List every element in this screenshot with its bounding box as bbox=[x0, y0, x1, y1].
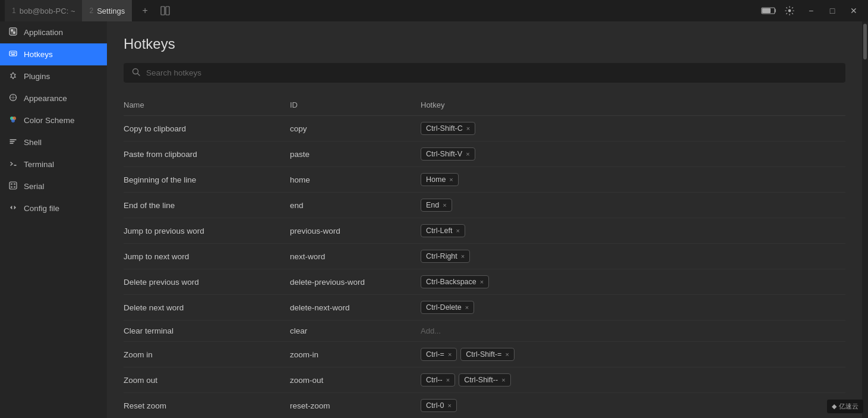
close-button[interactable]: ✕ bbox=[844, 2, 863, 19]
svg-rect-5 bbox=[11, 29, 13, 32]
content-inner: Hotkeys Name ID Hotkey Copy to clipboard… bbox=[107, 21, 862, 418]
cell-hotkey: Ctrl-Left× bbox=[421, 218, 845, 244]
cell-id: previous-word bbox=[290, 218, 421, 244]
hotkey-badge: Ctrl-0× bbox=[421, 399, 457, 412]
cell-name: Paste from clipboard bbox=[124, 142, 290, 167]
hotkey-text: Ctrl-Shift-- bbox=[464, 376, 498, 384]
cell-id: clear bbox=[290, 320, 421, 342]
svg-rect-21 bbox=[11, 186, 12, 188]
scrollbar-track[interactable] bbox=[862, 21, 868, 418]
tab-label-terminal: bob@bob-PC: ~ bbox=[20, 7, 75, 15]
remove-hotkey-button[interactable]: × bbox=[456, 227, 459, 234]
hotkey-badge: Ctrl-Left× bbox=[421, 224, 465, 237]
hotkey-text: End bbox=[426, 201, 439, 209]
new-tab-button[interactable]: + bbox=[137, 2, 153, 19]
cell-id: zoom-in bbox=[290, 342, 421, 367]
cell-hotkey: Ctrl-Right× bbox=[421, 244, 845, 269]
plugins-icon bbox=[8, 71, 18, 81]
sidebar-item-config-file[interactable]: Config file bbox=[0, 197, 107, 219]
remove-hotkey-button[interactable]: × bbox=[461, 253, 465, 260]
hotkey-text: Home bbox=[426, 175, 446, 184]
hotkeys-icon bbox=[8, 49, 18, 59]
remove-hotkey-button[interactable]: × bbox=[465, 304, 469, 311]
settings-button[interactable] bbox=[780, 2, 799, 19]
cell-name: Copy to clipboard bbox=[124, 116, 290, 142]
tab-terminal[interactable]: 1 bob@bob-PC: ~ bbox=[5, 0, 82, 21]
table-row: Zoom outzoom-outCtrl--×Ctrl-Shift--× bbox=[124, 367, 845, 393]
cell-hotkey: Ctrl--×Ctrl-Shift--× bbox=[421, 367, 845, 393]
svg-rect-3 bbox=[762, 8, 771, 13]
sidebar-item-application[interactable]: Application bbox=[0, 21, 107, 43]
cell-hotkey: End× bbox=[421, 193, 845, 218]
application-icon bbox=[8, 27, 18, 37]
remove-hotkey-button[interactable]: × bbox=[466, 150, 469, 158]
hotkey-badge: Ctrl-Shift-=× bbox=[460, 348, 515, 361]
sidebar-item-color-scheme[interactable]: Color Scheme bbox=[0, 109, 107, 131]
content-area: Hotkeys Name ID Hotkey Copy to clipboard… bbox=[107, 21, 862, 418]
remove-hotkey-button[interactable]: × bbox=[501, 376, 505, 384]
hotkey-badge: Ctrl-Shift-C× bbox=[421, 122, 475, 135]
sidebar-label-terminal: Terminal bbox=[24, 160, 54, 169]
table-row: Reset zoomreset-zoomCtrl-0× bbox=[124, 393, 845, 419]
cell-hotkey: Add... bbox=[421, 320, 845, 342]
remove-hotkey-button[interactable]: × bbox=[448, 351, 452, 358]
tab-actions: + bbox=[137, 2, 173, 19]
table-row: Beginning of the linehomeHome× bbox=[124, 167, 845, 193]
cell-name: Jump to next word bbox=[124, 244, 290, 269]
sidebar-item-terminal[interactable]: Terminal bbox=[0, 153, 107, 175]
svg-rect-6 bbox=[13, 29, 15, 32]
hotkey-badge: Ctrl-Delete× bbox=[421, 301, 474, 314]
tab-number-1: 1 bbox=[12, 7, 16, 15]
remove-hotkey-button[interactable]: × bbox=[446, 376, 450, 384]
svg-rect-0 bbox=[161, 7, 165, 15]
cell-id: reset-zoom bbox=[290, 393, 421, 419]
remove-hotkey-button[interactable]: × bbox=[449, 176, 453, 183]
sidebar: Application Hotkeys Plugins Appearance C… bbox=[0, 21, 107, 418]
sidebar-item-shell[interactable]: Shell bbox=[0, 131, 107, 153]
minimize-button[interactable]: − bbox=[801, 2, 820, 19]
sidebar-label-appearance: Appearance bbox=[24, 94, 67, 103]
table-row: Zoom inzoom-inCtrl-=×Ctrl-Shift-=× bbox=[124, 342, 845, 367]
cell-name: Zoom in bbox=[124, 342, 290, 367]
terminal-icon bbox=[8, 159, 18, 169]
svg-rect-1 bbox=[166, 7, 169, 15]
maximize-button[interactable]: □ bbox=[823, 2, 842, 19]
hotkey-text: Ctrl-Right bbox=[426, 252, 457, 260]
svg-rect-10 bbox=[11, 52, 12, 54]
main-layout: Application Hotkeys Plugins Appearance C… bbox=[0, 21, 868, 418]
remove-hotkey-button[interactable]: × bbox=[505, 351, 509, 358]
add-hotkey-placeholder[interactable]: Add... bbox=[421, 326, 441, 335]
hotkey-badge: Ctrl-=× bbox=[421, 348, 457, 361]
sidebar-item-serial[interactable]: Serial bbox=[0, 175, 107, 197]
sidebar-item-hotkeys[interactable]: Hotkeys bbox=[0, 43, 107, 65]
table-row: Delete next worddelete-next-wordCtrl-Del… bbox=[124, 295, 845, 320]
table-row: Jump to next wordnext-wordCtrl-Right× bbox=[124, 244, 845, 269]
cell-hotkey: Ctrl-Delete× bbox=[421, 295, 845, 320]
tab-group: 1 bob@bob-PC: ~ 2 Settings + bbox=[5, 0, 761, 21]
split-tab-button[interactable] bbox=[157, 2, 173, 19]
hotkey-badge: End× bbox=[421, 199, 452, 212]
cell-name: Reset zoom bbox=[124, 393, 290, 419]
scrollbar-thumb[interactable] bbox=[863, 24, 867, 59]
hotkey-text: Ctrl-= bbox=[426, 350, 444, 359]
cell-name: Clear terminal bbox=[124, 320, 290, 342]
sidebar-item-appearance[interactable]: Appearance bbox=[0, 87, 107, 109]
hotkey-badge: Ctrl-Right× bbox=[421, 250, 470, 263]
remove-hotkey-button[interactable]: × bbox=[480, 278, 484, 285]
hotkey-badge: Ctrl-Backspace× bbox=[421, 275, 489, 288]
tab-label-settings: Settings bbox=[97, 7, 125, 15]
remove-hotkey-button[interactable]: × bbox=[466, 125, 470, 132]
svg-rect-20 bbox=[14, 183, 15, 185]
appearance-icon bbox=[8, 93, 18, 103]
remove-hotkey-button[interactable]: × bbox=[443, 202, 446, 209]
tab-settings[interactable]: 2 Settings bbox=[82, 0, 132, 21]
remove-hotkey-button[interactable]: × bbox=[448, 402, 452, 409]
table-row: Jump to previous wordprevious-wordCtrl-L… bbox=[124, 218, 845, 244]
cell-hotkey: Ctrl-Backspace× bbox=[421, 269, 845, 295]
col-header-name: Name bbox=[124, 97, 290, 116]
sidebar-item-plugins[interactable]: Plugins bbox=[0, 65, 107, 87]
search-input[interactable] bbox=[146, 68, 837, 77]
serial-icon bbox=[8, 181, 18, 191]
sidebar-label-color-scheme: Color Scheme bbox=[24, 116, 75, 125]
sidebar-label-hotkeys: Hotkeys bbox=[24, 50, 53, 59]
